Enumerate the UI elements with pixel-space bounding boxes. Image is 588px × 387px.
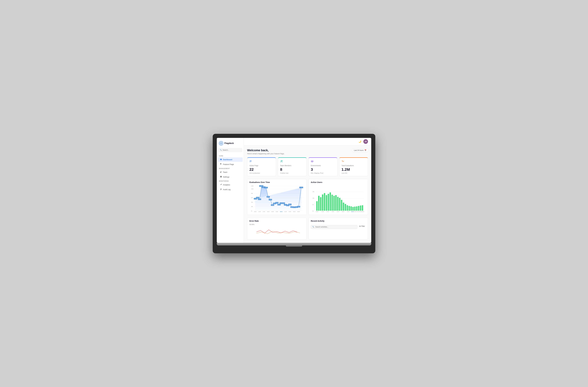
time-filter-label: Last 24 hours [354,149,364,151]
sidebar-item-analytics[interactable]: Analytics [218,183,243,187]
svg-text:20:00: 20:00 [276,211,278,212]
error-rate-card: Error Rate 50.00% [247,218,307,239]
error-rate-svg [250,226,304,237]
sidebar-label-team: Team [223,171,227,173]
recent-activity-card: Recent Activity 🔍 ⊞ Filter [309,218,368,239]
svg-text:10k: 10k [313,197,315,199]
team-icon [220,171,222,173]
svg-text:5k: 5k [313,204,314,205]
team-members-value: 8 [280,167,304,172]
time-filter[interactable]: Last 24 hours 📅 [352,149,368,152]
evaluations-chart-title: Evaluations Over Time [250,181,304,183]
svg-rect-4 [220,189,222,189]
svg-text:00:00: 00:00 [280,211,282,212]
nav-section-management: MANAGEMENT [217,167,244,170]
main-content: Welcome back, Here's what's happening wi… [244,145,371,243]
svg-point-10 [311,160,313,161]
flag-icon [220,163,222,166]
svg-rect-113 [362,205,363,211]
svg-text:111912: 111912 [300,187,303,188]
svg-point-1 [221,143,221,143]
svg-rect-98 [334,196,335,211]
stat-card-team-members: Team Members 8 3 active now [278,157,307,176]
avatar[interactable]: JD [363,139,368,144]
analytics-icon [220,184,222,186]
svg-rect-93 [324,193,325,211]
svg-rect-111 [358,206,359,211]
svg-rect-92 [322,194,323,211]
charts-row: Evaluations Over Time 0k 20k 40k 60k 80k… [247,179,368,215]
svg-text:100k: 100k [251,188,254,190]
active-flags-icon [250,160,274,163]
svg-text:16:00: 16:00 [332,211,334,212]
evaluations-value: 1.2M [341,167,366,172]
stat-card-evaluations: Total Evaluations 1.2M Last 24h [339,157,368,176]
svg-rect-99 [335,195,337,211]
svg-rect-90 [318,196,320,211]
app-logo: Flagdeck [217,140,244,148]
evaluations-sub: Last 24h [341,172,366,174]
bottom-row: Error Rate 50.00% [247,218,368,239]
svg-text:06:00: 06:00 [359,211,362,212]
error-rate-chart [250,226,304,237]
filter-icon: ⊞ [359,225,361,227]
svg-text:35429: 35429 [282,203,285,204]
svg-rect-104 [345,204,346,211]
settings-icon [220,176,222,178]
svg-text:15k: 15k [313,191,315,192]
search-box[interactable]: 🔍 [218,148,242,152]
environments-sub: Dev, Staging, Prod [311,172,335,174]
activity-search-icon: 🔍 [312,226,314,228]
filter-label: Filter [361,225,365,227]
svg-text:04:00: 04:00 [289,211,291,212]
nav-section-core: CORE [217,154,244,157]
svg-rect-101 [339,198,340,211]
team-members-sub: 3 active now [280,172,304,174]
svg-text:80k: 80k [251,193,253,194]
svg-text:12:00: 12:00 [258,211,261,212]
svg-text:18187: 18187 [297,206,300,207]
sidebar-item-feature-flags[interactable]: Feature Flags [218,162,243,167]
svg-point-8 [281,160,282,161]
svg-text:08:00: 08:00 [362,211,364,212]
svg-rect-97 [332,195,333,211]
svg-point-9 [282,160,282,161]
svg-text:66662: 66662 [267,196,270,197]
svg-text:00:00: 00:00 [351,211,354,212]
svg-rect-105 [347,205,348,211]
active-flags-value: 22 [250,167,274,172]
svg-rect-100 [337,197,338,211]
sidebar-label-feature-flags: Feature Flags [223,163,234,165]
theme-toggle-button[interactable]: 🌙 [358,140,362,143]
search-icon: 🔍 [220,149,222,151]
team-members-icon [280,160,304,163]
environments-icon [311,160,335,163]
svg-rect-102 [341,200,342,211]
environments-label: Environments [311,165,335,167]
svg-rect-108 [352,207,354,211]
filter-button[interactable]: ⊞ Filter [358,225,366,228]
search-input[interactable] [223,149,241,151]
home-icon [220,158,222,161]
evaluations-label: Total Evaluations [341,165,366,167]
svg-text:118580: 118580 [260,186,263,186]
error-rate-value: 50.00% [250,224,304,225]
svg-text:02:00: 02:00 [284,211,287,212]
error-rate-title: Error Rate [250,220,304,222]
svg-rect-94 [326,195,327,211]
svg-rect-106 [349,206,350,211]
sidebar-label-settings: Settings [223,176,229,178]
evaluations-icon [341,160,366,163]
svg-rect-7 [220,190,221,190]
sidebar-item-audit-log[interactable]: Audit Log [218,187,243,192]
svg-point-3 [221,171,222,172]
svg-rect-109 [354,207,356,211]
sidebar-item-settings[interactable]: Settings [218,175,243,179]
activity-search-input[interactable] [315,226,356,228]
app-name: Flagdeck [224,142,234,145]
activity-search-box[interactable]: 🔍 [311,225,357,229]
sidebar-item-dashboard[interactable]: Dashboard [218,157,243,162]
page-header: Welcome back, Here's what's happening wi… [247,149,368,155]
sidebar: Flagdeck 🔍 CORE Dashboard [217,138,244,243]
sidebar-item-team[interactable]: Team [218,170,243,174]
